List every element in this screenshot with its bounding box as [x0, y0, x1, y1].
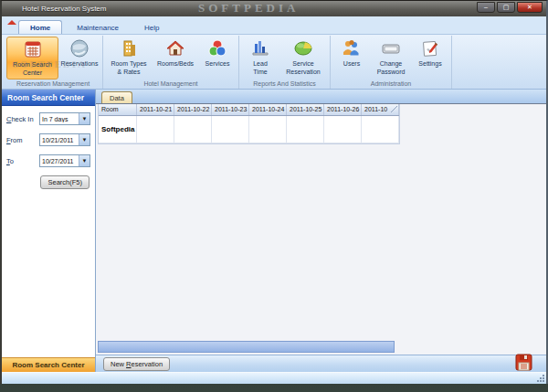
title-bar[interactable]: Hotel Reservation System SOFTPEDIA – ▢ ✕: [2, 1, 546, 16]
status-bar: [2, 372, 546, 384]
room-search-center-footer-button[interactable]: Room Search Center: [2, 357, 95, 372]
keyboard-icon: [381, 38, 401, 58]
maximize-button[interactable]: ▢: [497, 2, 515, 13]
bottom-toolbar: New Reservation: [96, 355, 546, 372]
chevron-down-icon[interactable]: ▼: [79, 134, 90, 145]
availability-cell[interactable]: [137, 116, 174, 143]
column-header-room[interactable]: Room: [99, 104, 137, 115]
minimize-button[interactable]: –: [477, 2, 495, 13]
group-label-reports-statistics: Reports And Statistics: [240, 79, 329, 89]
users-icon: [342, 38, 362, 58]
availability-cell[interactable]: [362, 116, 399, 143]
main-area: Data Room 2011-10-21 2011-10-22 2011-10-…: [96, 90, 546, 372]
softpedia-watermark: SOFTPEDIA: [198, 1, 299, 16]
truncation-mark-icon: [391, 106, 397, 112]
checkin-combobox[interactable]: In 7 days ▼: [39, 112, 90, 125]
resize-grip[interactable]: [536, 374, 544, 382]
column-header-date-truncated[interactable]: 2011-10: [362, 104, 399, 115]
panel-title: Room Search Center: [2, 90, 95, 106]
users-button[interactable]: Users: [333, 37, 370, 69]
grid-header-row: Room 2011-10-21 2011-10-22 2011-10-23 20…: [99, 104, 399, 116]
app-home-icon: [7, 5, 17, 14]
horizontal-scrollbar[interactable]: [98, 341, 395, 353]
ribbon-group-administration: Users Change Password Settings Administr…: [331, 36, 452, 89]
close-button[interactable]: ✕: [517, 2, 543, 13]
window-title: Hotel Reservation System: [22, 5, 106, 13]
column-header-date[interactable]: 2011-10-21: [137, 104, 174, 115]
save-icon[interactable]: [514, 353, 533, 372]
ribbon-group-reports-statistics: Lead Time Service Reservation Reports An…: [239, 36, 331, 89]
lead-time-button[interactable]: Lead Time: [242, 37, 279, 78]
service-reservation-button[interactable]: Service Reservation: [279, 37, 327, 78]
chevron-down-icon[interactable]: ▼: [79, 155, 90, 166]
room-search-panel: Room Search Center Check In In 7 days ▼ …: [2, 90, 96, 372]
new-reservation-button[interactable]: New Reservation: [103, 357, 170, 371]
desktop-background: Hotel Reservation System SOFTPEDIA – ▢ ✕…: [0, 0, 548, 392]
pie-chart-icon: [293, 38, 313, 58]
column-header-date[interactable]: 2011-10-26: [324, 104, 362, 115]
tab-home[interactable]: Home: [18, 20, 62, 34]
availability-cell[interactable]: [174, 116, 212, 143]
circles-icon: [207, 38, 227, 58]
group-label-hotel-management: Hotel Management: [104, 79, 237, 89]
group-label-administration: Administration: [332, 79, 450, 89]
settings-button[interactable]: Settings: [412, 37, 448, 69]
app-window: Hotel Reservation System SOFTPEDIA – ▢ ✕…: [0, 0, 548, 384]
rooms-beds-button[interactable]: Rooms/Beds: [153, 37, 198, 69]
tab-help[interactable]: Help: [133, 21, 170, 34]
from-label: From: [6, 136, 39, 144]
document-tab-strip: Data: [96, 90, 546, 104]
to-label: To: [6, 157, 39, 165]
ribbon-tab-row: Home Maintenance Help: [2, 16, 546, 34]
checkin-label: Check In: [6, 115, 39, 123]
chevron-down-icon[interactable]: ▼: [79, 113, 90, 124]
availability-cell[interactable]: [287, 116, 324, 143]
availability-cell[interactable]: [324, 116, 362, 143]
services-button[interactable]: Services: [199, 37, 236, 69]
column-header-date[interactable]: 2011-10-23: [212, 104, 249, 115]
room-types-rates-button[interactable]: Room Types & Rates: [106, 37, 152, 78]
building-icon: [119, 38, 139, 58]
workspace: Room 2011-10-21 2011-10-22 2011-10-23 20…: [96, 104, 546, 355]
house-icon: [165, 38, 185, 58]
bar-chart-icon: [250, 38, 270, 58]
calendar-search-icon: [23, 39, 43, 59]
availability-cell[interactable]: [249, 116, 287, 143]
to-date-picker[interactable]: 10/27/2011 ▼: [39, 154, 90, 167]
globe-icon: [69, 38, 90, 58]
ribbon-group-hotel-management: Room Types & Rates Rooms/Beds Services H…: [103, 36, 239, 89]
column-header-date[interactable]: 2011-10-25: [287, 104, 324, 115]
availability-grid: Room 2011-10-21 2011-10-22 2011-10-23 20…: [98, 104, 400, 144]
group-label-reservation-management: Reservation Management: [5, 79, 101, 89]
change-password-button[interactable]: Change Password: [371, 37, 411, 78]
softpedia-watermark-faint: SOFTPEDIA: [13, 58, 87, 69]
search-form: Check In In 7 days ▼ From 10/21/2011 ▼ T…: [2, 106, 95, 357]
tab-maintenance[interactable]: Maintenance: [66, 21, 130, 34]
settings-icon: [420, 38, 440, 58]
room-name-cell[interactable]: Softpedia: [99, 116, 137, 143]
ribbon: SOFTPEDIA Room Search Center Reservation…: [2, 34, 546, 90]
column-header-date[interactable]: 2011-10-22: [174, 104, 212, 115]
availability-cell[interactable]: [212, 116, 249, 143]
from-date-picker[interactable]: 10/21/2011 ▼: [39, 133, 90, 146]
column-header-date[interactable]: 2011-10-24: [249, 104, 287, 115]
search-button[interactable]: Search(F5): [40, 175, 90, 189]
tab-data[interactable]: Data: [101, 91, 132, 103]
table-row: Softpedia: [99, 116, 399, 143]
